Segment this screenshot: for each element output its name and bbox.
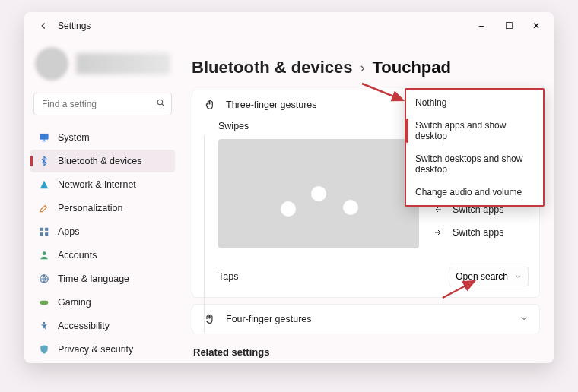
finger-dot [311, 186, 326, 201]
sidebar-item-personalization[interactable]: Personalization [30, 197, 175, 220]
sidebar-item-system[interactable]: System [30, 126, 175, 149]
sidebar-item-bluetooth-devices[interactable]: Bluetooth & devices [30, 150, 175, 172]
shield-icon [38, 343, 50, 356]
related-settings-heading: Related settings [192, 340, 540, 358]
back-button[interactable] [37, 19, 50, 33]
svg-rect-2 [40, 228, 43, 231]
svg-rect-5 [45, 232, 48, 236]
svg-rect-4 [40, 232, 43, 236]
swipes-dropdown[interactable]: NothingSwitch apps and show desktopSwitc… [405, 88, 545, 207]
taps-select-value: Open search [456, 271, 508, 282]
arrow-right-icon [433, 227, 443, 238]
search-input[interactable] [33, 93, 172, 115]
breadcrumb-parent[interactable]: Bluetooth & devices [192, 58, 352, 77]
three-finger-header-label: Three-finger gestures [226, 100, 317, 110]
sidebar: SystemBluetooth & devicesNetwork & inter… [24, 40, 181, 363]
swipe-action-label: Switch apps [453, 227, 503, 238]
dropdown-option[interactable]: Change audio and volume [406, 181, 543, 204]
chevron-down-icon [514, 273, 522, 280]
breadcrumb-current: Touchpad [372, 58, 450, 77]
apps-icon [38, 226, 50, 238]
taps-select[interactable]: Open search [449, 267, 529, 286]
sidebar-item-apps[interactable]: Apps [30, 220, 175, 243]
hand-four-icon [203, 312, 217, 326]
minimize-button[interactable]: – [468, 15, 494, 36]
search-icon [156, 98, 166, 110]
sidebar-item-label: Network & internet [58, 179, 136, 190]
sidebar-item-label: Apps [58, 226, 80, 237]
close-button[interactable]: ✕ [523, 15, 549, 36]
svg-point-0 [157, 100, 163, 105]
svg-point-9 [43, 322, 45, 324]
sidebar-item-windows-update[interactable]: Windows Update [30, 362, 175, 363]
maximize-button[interactable]: ☐ [496, 15, 522, 36]
gamepad-icon [38, 296, 50, 308]
accessibility-icon [38, 320, 50, 332]
four-finger-header-row[interactable]: Four-finger gestures [192, 305, 539, 334]
taps-row: Taps Open search [192, 259, 539, 297]
svg-rect-8 [40, 301, 49, 305]
sidebar-item-label: System [58, 132, 90, 143]
dropdown-option[interactable]: Nothing [406, 91, 543, 114]
user-name-redacted [76, 53, 170, 74]
wifi-icon [38, 179, 50, 191]
dropdown-option[interactable]: Switch apps and show desktop [406, 114, 543, 147]
sidebar-item-label: Accessibility [58, 321, 110, 331]
finger-dot [281, 201, 296, 217]
sidebar-item-label: Accounts [58, 250, 97, 261]
avatar [35, 47, 68, 81]
person-icon [38, 249, 50, 261]
sidebar-item-label: Bluetooth & devices [58, 156, 142, 166]
user-profile[interactable] [29, 43, 176, 85]
svg-rect-1 [40, 134, 49, 139]
svg-rect-3 [45, 228, 48, 231]
sidebar-item-label: Gaming [58, 297, 91, 308]
breadcrumb: Bluetooth & devices › Touchpad [192, 43, 540, 90]
sidebar-item-label: Privacy & security [58, 344, 133, 355]
sidebar-item-gaming[interactable]: Gaming [30, 291, 175, 314]
sidebar-item-time-language[interactable]: Time & language [30, 267, 175, 290]
bluetooth-icon [38, 155, 50, 167]
taps-label: Taps [218, 271, 238, 282]
globe-clock-icon [38, 273, 50, 285]
sidebar-item-accessibility[interactable]: Accessibility [30, 315, 175, 337]
search-container [33, 93, 172, 115]
brush-icon [38, 202, 50, 214]
sidebar-item-label: Personalization [58, 203, 122, 213]
finger-dot [343, 200, 358, 215]
app-title: Settings [58, 21, 91, 31]
sidebar-item-label: Time & language [58, 273, 129, 284]
sidebar-item-privacy-security[interactable]: Privacy & security [30, 338, 175, 361]
sidebar-item-accounts[interactable]: Accounts [30, 244, 175, 267]
monitor-icon [38, 131, 50, 144]
sidebar-item-network-internet[interactable]: Network & internet [30, 173, 175, 196]
nav-list: SystemBluetooth & devicesNetwork & inter… [29, 126, 176, 363]
dropdown-option[interactable]: Switch desktops and show desktop [406, 147, 543, 181]
swipe-action: Switch apps [433, 227, 513, 238]
settings-window: Settings – ☐ ✕ SystemBluetooth & devices… [24, 12, 554, 363]
gesture-preview [218, 139, 419, 248]
sidebar-divider [204, 135, 205, 333]
hand-three-icon [203, 98, 217, 112]
chevron-right-icon: › [360, 60, 364, 76]
four-finger-card: Four-finger gestures [192, 304, 540, 334]
titlebar: Settings – ☐ ✕ [24, 12, 554, 40]
four-finger-header-label: Four-finger gestures [226, 314, 312, 324]
svg-point-6 [43, 251, 46, 255]
chevron-down-icon [519, 314, 529, 325]
